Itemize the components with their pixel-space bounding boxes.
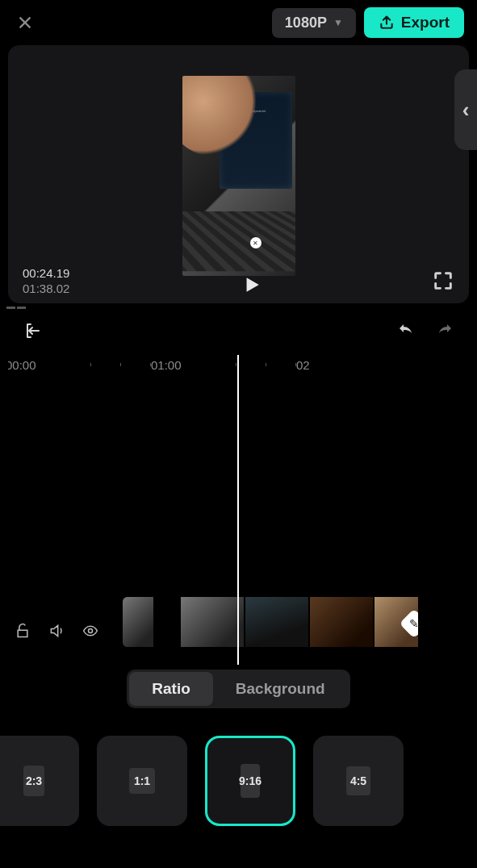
total-time: 01:38.02 — [23, 282, 69, 295]
playhead[interactable] — [237, 355, 239, 665]
undo-icon — [396, 321, 416, 340]
play-icon — [241, 274, 262, 295]
play-button[interactable] — [69, 274, 432, 295]
track-controls — [15, 623, 98, 642]
ratio-label: 2:3 — [26, 774, 42, 787]
ratio-label: 4:5 — [350, 774, 366, 787]
ratio-option-1:1[interactable]: 1:1 — [97, 736, 187, 826]
ratio-label: 9:16 — [239, 774, 262, 787]
clip-thumbnail[interactable] — [245, 597, 308, 647]
redo-button[interactable] — [435, 321, 454, 344]
unlock-icon — [15, 623, 31, 639]
mute-button[interactable] — [48, 623, 65, 642]
ratio-options[interactable]: 2:31:19:164:5 — [0, 708, 477, 826]
redo-icon — [435, 321, 454, 340]
close-icon — [16, 14, 34, 31]
ratio-option-4:5[interactable]: 4:5 — [313, 736, 404, 826]
upload-icon — [379, 15, 395, 31]
preview-panel: 00:24.19 01:38.02 — [8, 45, 469, 303]
side-drawer-handle[interactable]: ‹ — [454, 69, 477, 150]
transition-icon: ✎ — [409, 617, 418, 630]
ratio-label: 1:1 — [134, 774, 150, 787]
clip-thumbnail[interactable] — [181, 597, 244, 647]
ratio-option-9:16[interactable]: 9:16 — [205, 736, 295, 826]
clip-thumbnail[interactable]: ✎ — [374, 597, 418, 647]
tab-ratio[interactable]: Ratio — [129, 672, 213, 706]
ratio-option-2:3[interactable]: 2:3 — [0, 736, 79, 826]
panel-drag-handle[interactable] — [6, 307, 26, 310]
tab-background[interactable]: Background — [213, 672, 348, 706]
ruler-mark: 02 — [296, 358, 338, 372]
ruler-mark: 00:00 — [8, 358, 48, 372]
exit-timeline-button[interactable] — [23, 321, 42, 344]
clip-thumbnail[interactable] — [123, 597, 153, 647]
fullscreen-icon — [432, 269, 454, 292]
resolution-selector[interactable]: 1080P ▼ — [272, 8, 356, 38]
eye-icon — [82, 623, 98, 639]
export-button[interactable]: Export — [364, 7, 464, 38]
speaker-icon — [48, 623, 65, 639]
fullscreen-button[interactable] — [432, 269, 454, 295]
lock-button[interactable] — [15, 623, 31, 642]
timeline-panel: 00:0001:0002 ✎ — [0, 318, 477, 665]
undo-button[interactable] — [396, 321, 416, 344]
chevron-down-icon: ▼ — [333, 17, 343, 28]
svg-point-0 — [89, 629, 93, 633]
clip-strip[interactable]: ✎ — [123, 597, 418, 647]
exit-bracket-icon — [23, 321, 42, 340]
clip-thumbnail[interactable] — [310, 597, 373, 647]
ruler-mark: 01:00 — [151, 358, 193, 372]
chevron-left-icon: ‹ — [462, 98, 470, 123]
resolution-label: 1080P — [285, 15, 327, 31]
current-time: 00:24.19 — [23, 266, 69, 280]
options-tabs: Ratio Background — [0, 670, 477, 708]
video-preview[interactable] — [182, 76, 295, 276]
visibility-button[interactable] — [82, 623, 98, 642]
export-label: Export — [401, 14, 450, 31]
close-button[interactable] — [13, 10, 37, 35]
time-display: 00:24.19 01:38.02 — [23, 266, 69, 295]
